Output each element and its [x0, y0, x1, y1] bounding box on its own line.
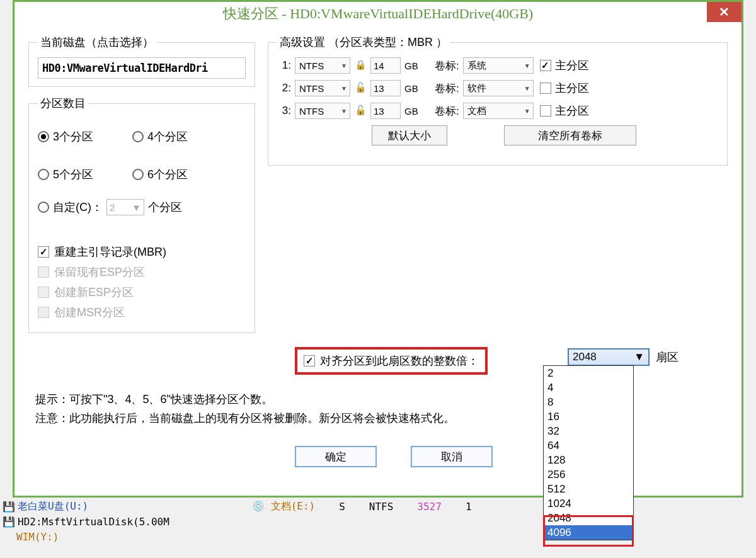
new-esp-checkbox: 创建新ESP分区	[38, 285, 246, 300]
radio-icon	[132, 169, 144, 180]
row-index: 2:	[277, 82, 291, 94]
sector-option[interactable]: 16	[544, 409, 633, 424]
lock-icon[interactable]: 🔓	[354, 82, 367, 94]
current-disk-select[interactable]: HD0:VMwareVirtualIDEHardDri	[38, 57, 246, 79]
radio-4-partitions[interactable]: 4个分区	[132, 127, 227, 146]
sector-option[interactable]: 256	[544, 467, 633, 482]
background-app: 💾 老白菜U盘(U:) 💾 HD2:MsftVirtualDisk(5.00M …	[0, 499, 756, 558]
primary-checkbox[interactable]	[540, 83, 551, 94]
partition-count-legend: 分区数目	[38, 96, 88, 111]
sector-option[interactable]: 4096	[544, 525, 633, 540]
disk-icon: 💾	[3, 516, 18, 528]
clear-labels-button[interactable]: 清空所有卷标	[504, 125, 636, 145]
sector-option[interactable]: 1024	[544, 496, 633, 511]
checkbox-icon	[38, 246, 49, 258]
cancel-button[interactable]: 取消	[411, 446, 493, 467]
chevron-down-icon: ▼	[341, 62, 347, 69]
sector-option[interactable]: 2048	[544, 511, 633, 525]
sector-option[interactable]: 8	[544, 395, 633, 409]
rebuild-mbr-checkbox[interactable]: 重建主引导记录(MBR)	[38, 244, 246, 259]
chk-label: 重建主引导记录(MBR)	[54, 244, 166, 259]
hint-line: 提示：可按下"3、4、5、6"快速选择分区个数。	[35, 390, 455, 409]
primary-checkbox[interactable]	[540, 105, 551, 117]
current-disk-group: 当前磁盘（点击选择） HD0:VMwareVirtualIDEHardDri	[28, 35, 255, 87]
sector-align-select[interactable]: 2048 ▼	[568, 348, 650, 366]
filesystem-select[interactable]: NTFS▼	[295, 80, 350, 96]
new-msr-checkbox: 创建MSR分区	[38, 305, 246, 320]
size-input[interactable]	[370, 80, 401, 96]
usb-icon: 💾	[3, 501, 18, 513]
sector-option[interactable]: 4	[544, 380, 633, 395]
checkbox-icon	[304, 355, 315, 367]
right-column: 高级设置 （分区表类型：MBR ） 1:NTFS▼🔒GB卷标:系统▼主分区2:N…	[268, 35, 728, 342]
volume-name-select[interactable]: 文档▼	[463, 103, 534, 119]
custom-suffix: 个分区	[148, 200, 182, 215]
drive-icon: 💿	[252, 500, 265, 512]
filesystem-select[interactable]: NTFS▼	[295, 103, 350, 119]
radio-label: 4个分区	[147, 129, 188, 144]
row-index: 3:	[277, 105, 291, 117]
default-size-button[interactable]: 默认大小	[372, 125, 447, 145]
adv-buttons: 默认大小 清空所有卷标	[372, 125, 718, 145]
size-input[interactable]	[370, 57, 401, 74]
filesystem-select[interactable]: NTFS▼	[295, 57, 350, 74]
radio-5-partitions[interactable]: 5个分区	[38, 165, 132, 184]
primary-checkbox[interactable]	[540, 60, 551, 71]
dialog-button-row: 确定 取消	[295, 446, 493, 467]
chevron-down-icon: ▼	[634, 351, 644, 363]
radio-label: 6个分区	[147, 167, 188, 182]
bg-row: WIM(Y:)	[0, 529, 756, 544]
volume-name-select[interactable]: 系统▼	[463, 57, 534, 74]
sector-unit-label: 扇区	[656, 350, 679, 365]
title-bar: 快速分区 - HD0:VMwareVirtualIDEHardDrive(40G…	[14, 2, 742, 26]
checkbox-icon	[38, 266, 49, 278]
radio-icon	[132, 131, 144, 142]
radio-3-partitions[interactable]: 3个分区	[38, 127, 132, 146]
partition-count-group: 分区数目 3个分区 4个分区 5个分区	[28, 96, 255, 333]
align-label: 对齐分区到此扇区数的整数倍：	[320, 353, 479, 368]
lock-icon[interactable]: 🔓	[354, 105, 367, 117]
radio-grid: 3个分区 4个分区 5个分区 6个分区	[38, 118, 246, 191]
sector-option[interactable]: 128	[544, 453, 633, 467]
fs-value: NTFS	[299, 60, 324, 71]
radio-label: 5个分区	[53, 167, 93, 182]
chevron-down-icon: ▼	[132, 202, 141, 213]
radio-icon	[38, 131, 49, 142]
size-unit: GB	[404, 60, 422, 71]
vol-value: 文档	[467, 105, 486, 117]
primary-label: 主分区	[555, 103, 589, 118]
radio-6-partitions[interactable]: 6个分区	[132, 165, 227, 184]
ok-button[interactable]: 确定	[295, 446, 377, 467]
size-input[interactable]	[370, 103, 401, 119]
size-unit: GB	[404, 83, 422, 94]
chevron-down-icon: ▼	[524, 62, 530, 69]
fs-value: NTFS	[299, 83, 324, 94]
chevron-down-icon: ▼	[341, 108, 347, 115]
close-icon: ✕	[719, 4, 730, 20]
volume-label-text: 卷标:	[435, 81, 459, 96]
radio-icon	[38, 202, 49, 213]
lock-icon[interactable]: 🔒	[354, 59, 367, 72]
vol-value: 系统	[467, 60, 486, 72]
close-button[interactable]: ✕	[707, 2, 742, 22]
sector-option[interactable]: 512	[544, 482, 633, 496]
chk-label: 创建MSR分区	[54, 305, 125, 320]
advanced-settings-group: 高级设置 （分区表类型：MBR ） 1:NTFS▼🔒GB卷标:系统▼主分区2:N…	[268, 35, 728, 166]
sector-option[interactable]: 32	[544, 424, 633, 438]
radio-icon	[38, 169, 49, 180]
sector-option[interactable]: 2	[544, 366, 633, 380]
bg-cell: S	[328, 500, 357, 513]
custom-count-value: 2	[110, 202, 115, 213]
chk-label: 保留现有ESP分区	[54, 265, 145, 280]
volume-name-select[interactable]: 软件▼	[463, 80, 534, 96]
quick-partition-dialog: 快速分区 - HD0:VMwareVirtualIDEHardDrive(40G…	[13, 0, 743, 498]
sector-dropdown-list[interactable]: 248163264128256512102420484096	[543, 365, 634, 540]
align-partition-checkbox[interactable]: 对齐分区到此扇区数的整数倍：	[295, 347, 488, 375]
radio-custom-partitions[interactable]: 自定(C)： 2 ▼ 个分区	[38, 198, 246, 217]
bg-table: 💿 文档(E:) S NTFS 3527 1	[239, 499, 484, 515]
size-unit: GB	[404, 106, 422, 117]
sector-option[interactable]: 64	[544, 438, 633, 453]
volume-label-text: 卷标:	[435, 104, 459, 118]
custom-count-select[interactable]: 2 ▼	[106, 199, 144, 215]
row-index: 1:	[277, 59, 291, 72]
